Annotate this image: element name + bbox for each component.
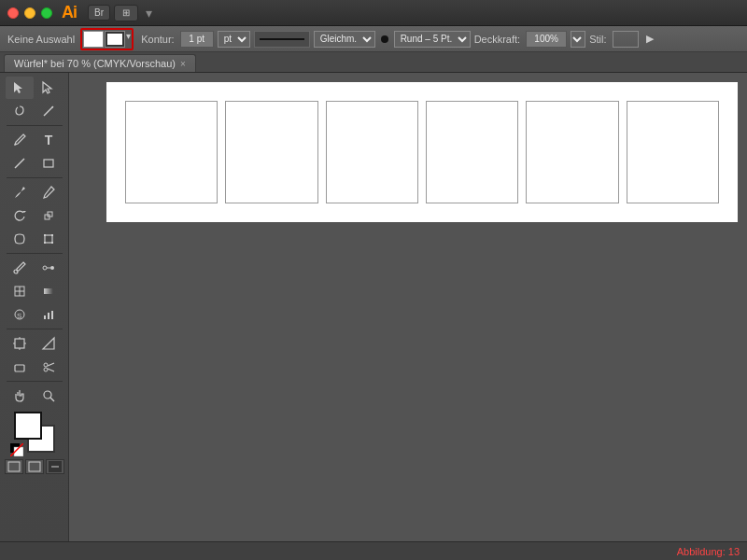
normal-mode-button[interactable] [5, 459, 23, 474]
pen-tool[interactable] [6, 129, 34, 151]
layout-button[interactable]: ⊞ [114, 5, 138, 21]
tab-bar: Würfel* bei 70 % (CMYK/Vorschau) × [0, 52, 747, 73]
free-transform-tool[interactable] [35, 228, 63, 250]
gradient-tool[interactable] [35, 280, 63, 302]
color-dropdown-icon[interactable]: ▾ [126, 31, 131, 48]
eraser-tool[interactable] [6, 356, 34, 378]
artboard-1 [125, 101, 218, 203]
svg-marker-31 [43, 338, 54, 349]
titlebar: Ai Br ⊞ ▾ [0, 0, 747, 26]
eraser-icon [12, 359, 27, 374]
slice-tool[interactable] [35, 332, 63, 355]
tool-row-4 [6, 152, 63, 175]
paintbrush-tool[interactable] [6, 181, 34, 203]
lasso-tool[interactable] [6, 100, 34, 122]
fill-color-box[interactable] [83, 31, 104, 48]
magic-wand-tool[interactable] [35, 100, 63, 122]
graph-icon [41, 307, 56, 322]
hand-tool[interactable] [6, 385, 34, 407]
pencil-tool[interactable] [35, 181, 63, 203]
svg-point-14 [43, 266, 47, 270]
type-tool[interactable]: T [35, 129, 63, 151]
svg-rect-26 [15, 339, 24, 348]
default-colors-icon[interactable] [10, 443, 23, 456]
warp-tool[interactable] [6, 228, 34, 250]
status-bar: Abbildung: 13 [0, 541, 747, 560]
full-screen-button[interactable] [46, 459, 64, 474]
line-tool[interactable] [6, 152, 34, 175]
stroke-color-box[interactable] [105, 31, 125, 48]
svg-point-13 [14, 270, 18, 273]
pencil-icon [41, 185, 56, 200]
svg-line-3 [15, 159, 24, 168]
svg-rect-12 [51, 242, 53, 244]
stroke-unit-select[interactable]: pt [218, 31, 250, 48]
svg-point-33 [44, 363, 48, 367]
tab-close-button[interactable]: × [180, 59, 186, 69]
layout-icon: ⊞ [122, 7, 130, 18]
kontur-input[interactable] [180, 31, 214, 48]
svg-point-15 [50, 266, 54, 270]
tool-row-5 [6, 181, 63, 203]
app-logo: Ai [62, 3, 77, 22]
svg-rect-25 [51, 311, 53, 319]
svg-rect-10 [51, 234, 53, 236]
stroke-style-select[interactable]: Gleichm. [314, 31, 375, 48]
maximize-button[interactable] [41, 7, 52, 19]
kontur-label: Kontur: [141, 34, 174, 45]
bridge-button[interactable]: Br [88, 5, 110, 21]
opacity-input[interactable] [526, 31, 567, 48]
tool-row-10: S [6, 303, 63, 326]
normal-mode-icon [7, 461, 21, 472]
blend-icon [41, 260, 56, 275]
tool-separator-4 [7, 329, 63, 329]
mesh-tool[interactable] [6, 280, 34, 302]
tab-title: Würfel* bei 70 % (CMYK/Vorschau) [14, 58, 176, 69]
artboard-tool[interactable] [6, 332, 34, 355]
canvas-area [69, 73, 747, 541]
svg-rect-32 [15, 365, 24, 371]
rect-tool[interactable] [35, 152, 63, 175]
options-bar: Keine Auswahl ▾ Kontur: pt Gleichm. Rund… [0, 26, 747, 52]
svg-line-36 [48, 369, 54, 371]
scale-tool[interactable] [35, 204, 63, 227]
full-screen-menu-button[interactable] [25, 459, 44, 474]
artboard-4 [426, 101, 518, 203]
more-options-icon[interactable]: ▶ [646, 33, 654, 45]
tool-separator-3 [7, 253, 63, 254]
full-screen-menu-icon [28, 461, 41, 472]
gradient-icon [41, 284, 56, 299]
tool-row-3: T [6, 129, 63, 151]
toolbar: T [0, 73, 69, 541]
symbol-tool[interactable]: S [6, 303, 34, 326]
tool-row-7 [6, 228, 63, 250]
graph-tool[interactable] [35, 303, 63, 326]
foreground-color-box[interactable] [14, 412, 42, 440]
minimize-button[interactable] [24, 7, 35, 19]
hand-icon [12, 388, 27, 403]
svg-rect-11 [44, 242, 46, 244]
eyedropper-tool[interactable] [6, 257, 34, 279]
opacity-dropdown[interactable]: ▾ [571, 31, 585, 48]
stroke-cap-select[interactable]: Rund – 5 Pt. [394, 31, 471, 48]
artboard-2 [225, 101, 317, 203]
document-tab[interactable]: Würfel* bei 70 % (CMYK/Vorschau) × [4, 54, 196, 72]
close-button[interactable] [7, 7, 19, 19]
stil-color-box[interactable] [613, 31, 639, 48]
warp-icon [12, 231, 27, 246]
blend-tool[interactable] [35, 257, 63, 279]
tool-row-6 [6, 204, 63, 227]
direct-select-tool[interactable] [35, 77, 63, 99]
svg-rect-42 [8, 462, 20, 471]
status-text: Abbildung: 13 [677, 546, 740, 557]
pen-icon [12, 133, 27, 147]
svg-point-2 [15, 144, 17, 146]
rotate-tool[interactable] [6, 204, 34, 227]
artboard-3 [326, 101, 418, 203]
select-tool[interactable] [6, 77, 34, 99]
zoom-tool[interactable] [35, 385, 63, 407]
scissors-tool[interactable] [35, 356, 63, 378]
dropdown-arrow-icon: ▾ [146, 6, 152, 21]
svg-line-35 [48, 363, 54, 366]
svg-point-37 [44, 391, 51, 399]
